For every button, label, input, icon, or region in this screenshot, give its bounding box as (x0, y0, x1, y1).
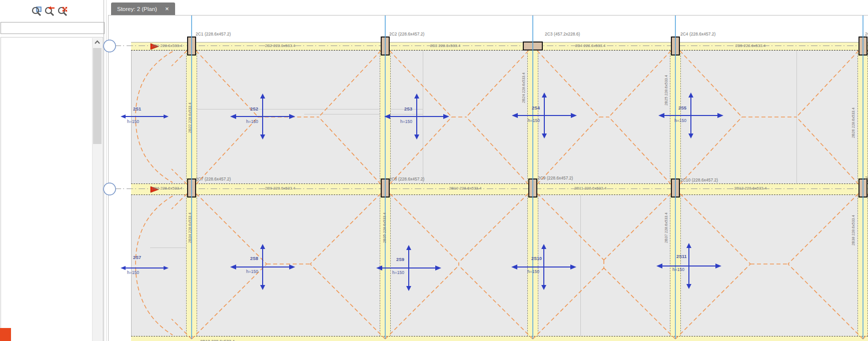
slab-label-2S7[interactable]: 2S7 (133, 255, 141, 260)
beam-label: 2B11 228.6x533.4 (563, 186, 618, 190)
slab-span-arrows (225, 92, 300, 142)
column-label: 2C7 (228.6x457.2) (196, 176, 231, 182)
beam-label: 2B9 228.6x533.4 (253, 186, 308, 190)
slab-thickness: h=150 (528, 118, 540, 123)
beam-label-vertical: 2B37 228.6x533.4 (664, 212, 668, 243)
beam-label-vertical: 2B26 228.6x533.4 (851, 108, 855, 138)
slab-span-arrows (507, 90, 582, 140)
slab-thickness: h=150 (246, 119, 258, 124)
beam-label: 2B12 228.6x533.4 (723, 186, 778, 190)
column-label-clipped: 2C11 (228.6x457.2) (865, 176, 868, 180)
column-label: 2C3 (457.2x228.6) (545, 32, 580, 36)
column-label: 2C9 (228.6x457.2) (538, 176, 573, 180)
beam-label: 2B1 228.6x533.4 (152, 44, 183, 48)
slab-thickness: h=150 (127, 119, 139, 124)
slab-thickness: h=150 (246, 269, 258, 274)
beam-label: 2B3 228.6x533.4 (418, 44, 473, 48)
column-label: 2C10 (228.6x457.2) (680, 178, 718, 182)
slab-thickness: h=150 (672, 267, 684, 272)
beam-label-vertical: 2B22 228.6x533.4 (188, 102, 192, 133)
slab-span-arrows (651, 241, 726, 291)
slab-thickness: h=150 (392, 270, 404, 275)
beam-label: 2B2 228.6x533.4 (253, 44, 308, 48)
application-window: Storey: 2 (Plan) × (0, 0, 868, 341)
slab-thickness: h=150 (127, 270, 139, 275)
column-label: 2C2 (228.6x457.2) (389, 32, 424, 36)
beam-label: 2B4 228.6x533.4 (563, 44, 618, 48)
column-label-clipped: 2C5 (228.6x457.2) (865, 32, 868, 36)
slab-thickness: h=150 (400, 119, 412, 124)
beam-label-vertical: 2B35 228.6x533.4 (382, 212, 387, 243)
beam-label-clipped: 2B13 228.6x533.4 (200, 339, 235, 341)
column-label: 2C8 (228.6x457.2) (389, 176, 424, 182)
beam-label-vertical: 2B38 228.6x533.4 (851, 215, 855, 246)
slab-span-arrows (653, 90, 728, 140)
slab-span-arrows (371, 243, 446, 293)
beam-label: 2B5 228.6x533.4 (723, 44, 778, 48)
slab-span-arrows (225, 242, 300, 292)
beam-label-vertical: 2B34 228.6x533.4 (188, 212, 192, 243)
slab-span-arrows (506, 242, 581, 292)
slab-thickness: h=150 (674, 118, 686, 123)
slab-thickness: h=150 (527, 269, 539, 274)
slab-span-arrows (379, 92, 454, 142)
beam-label: 2B8 228.6x533.4 (152, 186, 183, 190)
slab-label-2S1[interactable]: 2S1 (133, 106, 141, 112)
beam-label: 2B10 228.6x533.4 (438, 186, 493, 190)
column-label: 2C4 (228.6x457.2) (680, 32, 715, 36)
column-label: 2C1 (228.6x457.2) (196, 32, 231, 36)
